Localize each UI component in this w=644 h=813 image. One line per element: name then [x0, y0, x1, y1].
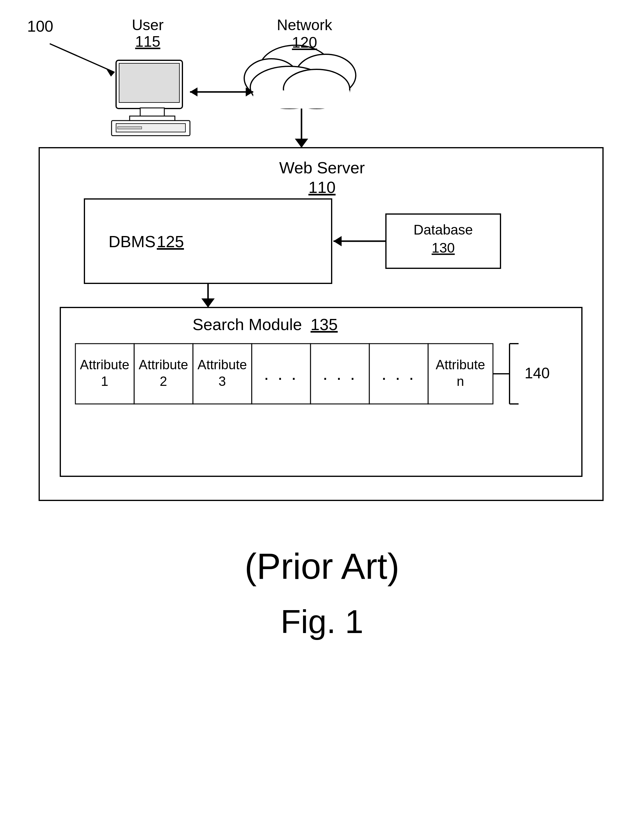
svg-rect-0: [116, 60, 182, 109]
attr1-num: 1: [101, 374, 108, 389]
attr3-num: 3: [219, 374, 226, 389]
svg-point-8: [296, 54, 356, 96]
dots1: . . .: [264, 364, 298, 384]
svg-marker-25: [333, 236, 342, 246]
svg-rect-28: [60, 308, 582, 476]
diagram-area: 100 User 115 Network 120 Web Server 110 …: [0, 0, 644, 813]
svg-rect-31: [193, 344, 252, 404]
svg-rect-5: [116, 124, 186, 132]
label-webserver-num: 110: [308, 178, 336, 196]
label-dbms-num: 125: [157, 233, 184, 251]
label-search-module: Search Module: [192, 315, 302, 334]
label-100: 100: [27, 17, 54, 35]
svg-line-17: [50, 44, 115, 72]
label-user-num: 115: [135, 33, 160, 50]
svg-marker-18: [106, 69, 115, 77]
label-webserver: Web Server: [279, 159, 365, 177]
label-user: User: [132, 17, 164, 34]
svg-rect-1: [119, 63, 179, 103]
svg-rect-21: [39, 148, 603, 501]
svg-point-9: [244, 59, 299, 98]
attr2-label: Attribute: [139, 357, 188, 372]
svg-rect-12: [253, 90, 350, 109]
svg-marker-27: [201, 299, 215, 308]
svg-rect-33: [311, 344, 370, 404]
label-database: Database: [414, 222, 473, 237]
svg-rect-35: [428, 344, 493, 404]
prior-art-label: (Prior Art): [244, 546, 399, 586]
svg-rect-4: [112, 121, 190, 136]
svg-rect-22: [84, 199, 332, 283]
svg-rect-29: [75, 344, 134, 404]
svg-marker-16: [190, 87, 198, 96]
attrn-num: n: [457, 374, 464, 389]
svg-marker-15: [246, 87, 253, 96]
fig-label: Fig. 1: [281, 603, 363, 640]
label-network: Network: [277, 17, 332, 34]
svg-rect-30: [134, 344, 193, 404]
svg-point-10: [250, 66, 329, 109]
attr2-num: 2: [160, 374, 167, 389]
svg-rect-32: [252, 344, 311, 404]
label-network-num: 120: [292, 34, 317, 51]
attrn-label: Attribute: [435, 357, 485, 372]
svg-marker-20: [295, 139, 308, 148]
svg-rect-6: [118, 127, 142, 129]
dots3: . . .: [382, 364, 416, 384]
dots2: . . .: [323, 364, 357, 384]
svg-point-7: [259, 45, 332, 93]
label-search-num: 135: [311, 315, 338, 334]
svg-rect-2: [140, 108, 164, 117]
svg-rect-3: [130, 116, 175, 121]
label-database-num: 130: [432, 240, 455, 256]
label-140: 140: [524, 365, 550, 382]
svg-rect-23: [386, 214, 500, 268]
svg-point-11: [284, 69, 350, 109]
attr3-label: Attribute: [198, 357, 247, 372]
diagram-svg: 100 User 115 Network 120 Web Server 110 …: [0, 0, 644, 813]
attr1-label: Attribute: [80, 357, 129, 372]
svg-rect-34: [370, 344, 428, 404]
label-dbms: DBMS: [109, 233, 156, 251]
